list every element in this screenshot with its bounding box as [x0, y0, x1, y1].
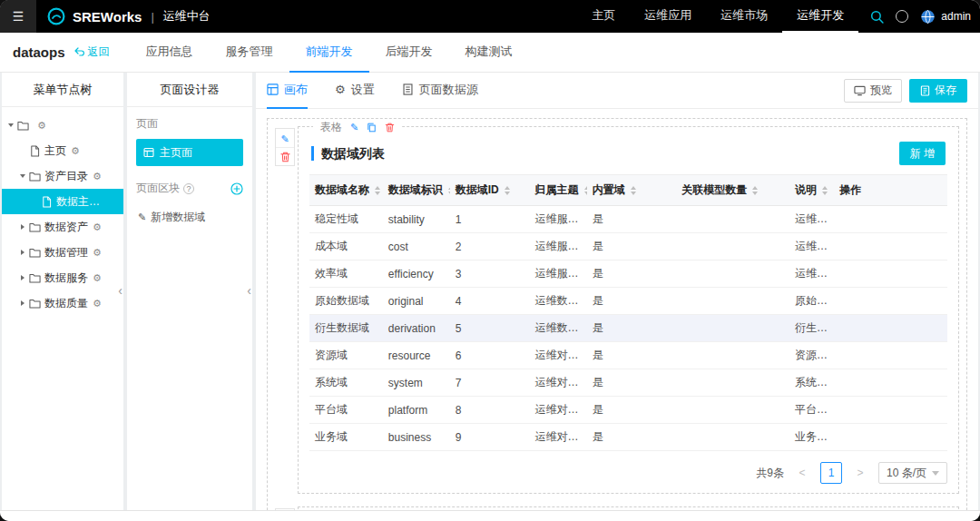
tree-item[interactable]: 数据服务 — [2, 265, 123, 290]
table-row[interactable]: 业务域 business 9 运维对象主题 是 业务模型数据域 — [309, 424, 947, 451]
table-row[interactable]: 资源域 resource 6 运维对象主题 是 资源模型数据域 — [309, 342, 947, 369]
edit-block-button[interactable] — [276, 129, 294, 147]
tree-item[interactable] — [2, 113, 123, 138]
table-row[interactable]: 成本域 cost 2 运维服务主题 是 运维成本相关模型数据域 — [309, 233, 947, 260]
caret-icon[interactable] — [8, 123, 14, 127]
gear-icon[interactable] — [93, 298, 102, 310]
search-icon[interactable] — [870, 10, 884, 24]
tab-settings[interactable]: 设置 — [335, 73, 375, 109]
tab-datasource[interactable]: 页面数据源 — [402, 73, 478, 109]
tree-item[interactable]: 数据质量 — [2, 290, 123, 316]
gear-icon[interactable] — [93, 171, 102, 182]
column-header[interactable]: 操作 — [834, 175, 947, 206]
caret-icon[interactable] — [21, 300, 24, 306]
tree-item-label: 数据质量 — [44, 296, 88, 311]
next-page-button[interactable]: > — [849, 462, 871, 484]
cell-name: 资源域 — [309, 342, 383, 369]
caret-icon[interactable] — [21, 250, 24, 255]
cell-theme: 运维服务主题 — [530, 233, 587, 260]
question-mark-icon — [896, 10, 908, 23]
cell-theme: 运维数据主题 — [530, 288, 587, 315]
collapse-panel-icon[interactable] — [247, 283, 251, 298]
top-nav-item[interactable]: 运维市场 — [706, 0, 782, 33]
caret-icon[interactable] — [20, 174, 25, 178]
current-page-button[interactable]: 1 — [820, 462, 842, 484]
app-tab[interactable]: 前端开发 — [289, 33, 369, 73]
cell-id: 5 — [450, 315, 530, 342]
canvas-panel: 画布 设置 页面数据源 — [256, 73, 978, 510]
tree-item-label: 主页 — [44, 143, 66, 159]
top-nav-item[interactable]: 运维开发 — [782, 0, 858, 33]
back-link[interactable]: 返回 — [74, 44, 110, 60]
preview-button[interactable]: 预览 — [844, 79, 902, 103]
canvas-tabs: 画布 设置 页面数据源 — [267, 73, 505, 109]
tree-item[interactable]: 主页 — [2, 138, 123, 163]
column-header[interactable]: 数据域名称 — [309, 175, 383, 206]
column-header[interactable]: 说明 — [789, 175, 834, 206]
app-tab[interactable]: 服务管理 — [210, 33, 289, 73]
page-item-main[interactable]: 主页面 — [136, 139, 243, 166]
cell-builtin: 是 — [587, 206, 676, 233]
tree-item[interactable]: 数据主题域 — [2, 189, 123, 214]
sort-icons — [752, 186, 758, 195]
tab-canvas[interactable]: 画布 — [267, 73, 308, 109]
caret-icon[interactable] — [21, 275, 24, 280]
cell-identifier: resource — [383, 342, 450, 369]
table-row[interactable]: 衍生数据域 derivation 5 运维数据主题 是 衍生相关模型数据域 — [309, 315, 947, 342]
app-tab[interactable]: 构建测试 — [449, 33, 529, 73]
app-tabs: 应用信息服务管理前端开发后端开发构建测试 — [130, 33, 529, 73]
cell-description: 运维稳定性相关模型数据域 — [789, 206, 834, 233]
avatar-globe-icon[interactable] — [920, 9, 936, 25]
caret-icon[interactable] — [21, 224, 24, 230]
gear-icon[interactable] — [93, 221, 102, 233]
edit-block-button[interactable] — [276, 509, 294, 510]
column-header[interactable]: 归属主题 — [530, 175, 587, 206]
empty-design-block[interactable] — [298, 506, 959, 510]
add-block-icon[interactable] — [230, 182, 243, 195]
copy-icon[interactable] — [367, 123, 377, 133]
top-nav-item[interactable]: 主页 — [577, 0, 630, 33]
top-nav-item[interactable]: 运维应用 — [630, 0, 706, 33]
page-designer-title: 页面设计器 — [127, 73, 252, 107]
page-block-item[interactable]: 新增数据域 — [136, 205, 243, 229]
add-button[interactable]: 新 增 — [899, 142, 946, 165]
table-row[interactable]: 平台域 platform 8 运维对象主题 是 平台模型数据域 — [309, 397, 947, 424]
collapse-panel-icon[interactable] — [118, 283, 122, 298]
gear-icon[interactable] — [93, 272, 102, 284]
tree-item[interactable]: 数据管理 — [2, 240, 123, 265]
column-header[interactable]: 数据域ID — [450, 175, 530, 206]
table-row[interactable]: 原始数据域 original 4 运维数据主题 是 原始相关模型数据域 — [309, 288, 947, 315]
username[interactable]: admin — [941, 10, 971, 23]
sort-icons — [448, 186, 450, 195]
prev-page-button[interactable]: < — [791, 462, 813, 484]
table-design-block[interactable]: 表格 — [298, 126, 959, 494]
gear-icon[interactable] — [71, 145, 80, 157]
page-item-label: 主页面 — [160, 145, 192, 161]
save-button[interactable]: 保存 — [909, 79, 967, 103]
column-header[interactable]: 数据域标识 — [383, 175, 450, 206]
column-header[interactable]: 内置域 — [587, 175, 676, 206]
edit-icon[interactable] — [350, 120, 358, 134]
help-icon[interactable] — [896, 10, 908, 23]
table-row[interactable]: 效率域 efficiency 3 运维服务主题 是 运维效率相关模型数据域 — [309, 260, 947, 288]
cell-name: 稳定性域 — [309, 206, 383, 233]
cell-name: 效率域 — [309, 260, 383, 288]
column-header[interactable]: 关联模型数量 — [676, 175, 789, 206]
gear-icon[interactable] — [93, 247, 102, 259]
table-row[interactable]: 系统域 system 7 运维对象主题 是 系统模型数据域 — [309, 369, 947, 397]
menu-tree: 主页 — [2, 107, 123, 316]
table-row[interactable]: 稳定性域 stability 1 运维服务主题 是 运维稳定性相关模型数据域 — [309, 206, 947, 233]
tree-item[interactable]: 数据资产 — [2, 214, 123, 240]
save-label: 保存 — [935, 83, 956, 98]
help-circle-icon[interactable] — [183, 183, 194, 194]
app-tab[interactable]: 后端开发 — [369, 33, 449, 73]
app-tab[interactable]: 应用信息 — [130, 33, 210, 73]
hamburger-menu-button[interactable] — [0, 0, 36, 33]
delete-block-button[interactable] — [276, 147, 294, 165]
sort-icons — [584, 186, 587, 195]
gear-icon[interactable] — [37, 120, 46, 132]
cell-theme: 运维对象主题 — [530, 369, 587, 397]
tree-item[interactable]: 资产目录 — [2, 163, 123, 189]
trash-icon[interactable] — [385, 123, 395, 133]
page-size-select[interactable]: 10 条/页 — [878, 462, 947, 484]
